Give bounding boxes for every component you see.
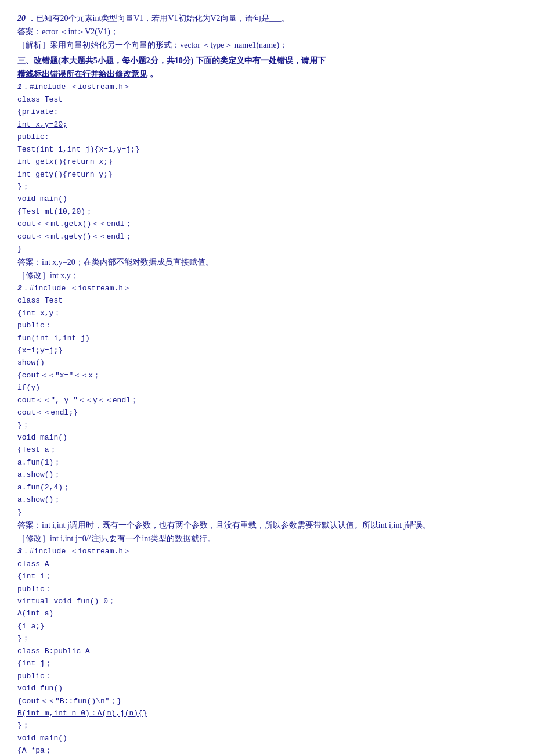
p1-line5: Test(int i,int j){x=i,y=j;} <box>17 143 517 156</box>
problem-1-include: 1．#include ＜iostream.h＞ <box>17 81 517 93</box>
p2-line6: show() <box>17 357 517 369</box>
p1-line2: {private: <box>17 106 517 118</box>
question-number-20: 20 <box>17 14 26 23</box>
p1-line10: {Test mt(10,20)； <box>17 206 517 218</box>
p1-line4: public: <box>17 131 517 143</box>
answer-20: 答案：ector ＜int＞V2(V1)； <box>17 25 517 38</box>
p2-line18: } <box>17 506 517 519</box>
p1-line13: } <box>17 243 517 255</box>
problem-2-include: 2．#include ＜iostream.h＞ <box>17 282 517 294</box>
p3-line12: {cout＜＜"B::fun()\n"；} <box>17 695 517 707</box>
p2-line10: cout＜＜endl;} <box>17 406 517 419</box>
p3-line15: void main() <box>17 732 517 744</box>
p3-line13: B(int m,int n=0)：A(m),j(n){} <box>17 707 517 719</box>
p3-line3: public： <box>17 583 517 595</box>
p2-line2: {int x,y； <box>17 307 517 319</box>
p3-line1: class A <box>17 558 517 570</box>
p2-line4: fun(int i,int j) <box>17 332 517 344</box>
problem-3-include: 3．#include ＜iostream.h＞ <box>17 545 517 557</box>
p3-line10: public： <box>17 670 517 682</box>
p3-line11: void fun() <box>17 682 517 694</box>
fix-2: ［修改］int i,int j=0//注j只要有一个int类型的数据就行。 <box>17 532 517 545</box>
section-3-heading: 三、改错题(本大题共5小题，每小题2分，共10分) 下面的类定义中有一处错误，请… <box>17 54 517 67</box>
p1-line8: }； <box>17 181 517 193</box>
p3-line9: {int j； <box>17 657 517 669</box>
p2-line1: class Test <box>17 294 517 307</box>
section-3-instruction-underline: 横线标出错误所在行并给出修改意见 <box>17 70 147 78</box>
p3-line14: }； <box>17 719 517 732</box>
p3-line6: {i=a;} <box>17 620 517 632</box>
p3-line7: }； <box>17 632 517 645</box>
answer-2: 答案：int i,int j调用时，既有一个参数，也有两个参数，且没有重载，所以… <box>17 519 517 532</box>
p1-line12: cout＜＜mt.gety()＜＜endl； <box>17 231 517 243</box>
p1-line1: class Test <box>17 93 517 106</box>
main-content: 20 ．已知有20个元素int类型向量V1，若用V1初始化为V2向量，语句是__… <box>17 12 517 756</box>
p2-line12: void main() <box>17 431 517 444</box>
p3-line2: {int i； <box>17 570 517 582</box>
p2-line5: {x=i;y=j;} <box>17 344 517 357</box>
p1-line9: void main() <box>17 193 517 205</box>
p2-line8: if(y) <box>17 381 517 394</box>
p3-line8: class B:public A <box>17 645 517 657</box>
question-20-heading: 20 ．已知有20个元素int类型向量V1，若用V1初始化为V2向量，语句是__… <box>17 12 517 25</box>
p3-line5: A(int a) <box>17 607 517 620</box>
p1-line11: cout＜＜mt.getx()＜＜endl； <box>17 218 517 230</box>
explain-20: ［解析］采用向量初始化另一个向量的形式：vector ＜type＞ name1(… <box>17 38 517 52</box>
p3-line4: virtual void fun()=0； <box>17 595 517 607</box>
p1-line7: int gety(){return y;} <box>17 168 517 181</box>
p2-line17: a.show()； <box>17 494 517 506</box>
p2-line15: a.show()； <box>17 469 517 481</box>
answer-1: 答案：int x,y=20；在类内部不能对数据成员直接赋值。 <box>17 255 517 269</box>
p2-line7: {cout＜＜"x="＜＜x； <box>17 369 517 381</box>
p1-line3: int x,y=20; <box>17 118 517 131</box>
p2-line9: cout＜＜", y="＜＜y＜＜endl； <box>17 394 517 406</box>
section-3-instruction: 下面的类定义中有一处错误，请用下 <box>196 56 326 65</box>
p2-line3: public： <box>17 319 517 332</box>
p2-line13: {Test a； <box>17 444 517 456</box>
section-3-heading-2: 横线标出错误所在行并给出修改意见 。 <box>17 67 517 81</box>
section-3-title: 三、改错题(本大题共5小题，每小题2分，共10分) <box>17 56 193 65</box>
p2-line16: a.fun(2,4)； <box>17 481 517 494</box>
p2-line14: a.fun(1)； <box>17 456 517 469</box>
fix-1: ［修改］int x,y； <box>17 269 517 282</box>
p3-line16: {A *pa； <box>17 744 517 756</box>
p1-line6: int getx(){return x;} <box>17 156 517 168</box>
p2-line11: }； <box>17 419 517 431</box>
